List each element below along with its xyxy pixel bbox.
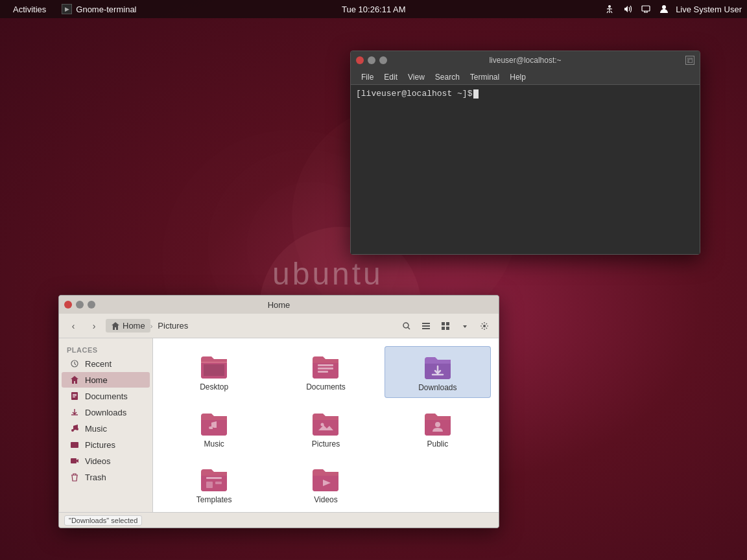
terminal-menu-terminal[interactable]: Terminal	[465, 69, 504, 85]
sidebar-item-home-label: Home	[85, 375, 108, 385]
folder-downloads-label: Downloads	[418, 383, 456, 392]
folder-desktop[interactable]: Desktop	[161, 346, 267, 398]
fm-back-button[interactable]: ‹	[64, 318, 82, 334]
svg-point-2	[662, 5, 666, 9]
folder-videos[interactable]: Videos	[272, 459, 379, 509]
folder-public-label: Public	[427, 439, 448, 449]
ubuntu-logo-text: ubuntu	[272, 256, 383, 292]
fm-status-text: "Downloads" selected	[64, 515, 142, 526]
fm-titlebar: Home	[59, 296, 499, 314]
fm-statusbar: "Downloads" selected	[59, 512, 499, 528]
sidebar-item-trash-label: Trash	[85, 472, 106, 482]
terminal-body[interactable]: [liveuser@localhost ~]$	[351, 85, 700, 254]
terminal-app-icon: ▶	[62, 4, 72, 14]
user-name[interactable]: Live System User	[676, 5, 742, 14]
terminal-menu-help[interactable]: Help	[504, 69, 531, 85]
terminal-close-button[interactable]	[356, 56, 364, 64]
fm-body: Places Recent Home Documents	[59, 338, 499, 512]
folder-documents-label: Documents	[306, 382, 346, 391]
fm-close-button[interactable]	[64, 301, 72, 309]
fm-forward-button[interactable]: ›	[85, 318, 103, 334]
fm-sort-button[interactable]	[456, 318, 474, 334]
sidebar-item-recent-label: Recent	[85, 359, 112, 369]
fm-sidebar-section-places: Places	[59, 344, 152, 355]
fm-breadcrumb-home[interactable]: Home	[106, 319, 150, 332]
terminal-resize-btn[interactable]	[685, 56, 694, 65]
svg-rect-24	[318, 364, 333, 366]
fm-search-button[interactable]	[397, 318, 416, 334]
app-name-label: Gnome-terminal	[76, 5, 136, 14]
home-icon	[69, 375, 80, 385]
sidebar-item-home[interactable]: Home	[62, 372, 150, 388]
folder-documents[interactable]: Documents	[272, 346, 379, 398]
terminal-menu-file[interactable]: File	[356, 69, 379, 85]
fm-breadcrumb-home-label: Home	[123, 321, 145, 331]
sidebar-item-music[interactable]: Music	[62, 421, 150, 436]
sidebar-item-music-label: Music	[85, 424, 107, 434]
fm-maximize-button[interactable]	[88, 301, 95, 309]
svg-rect-12	[446, 327, 449, 330]
activities-button[interactable]: Activities	[5, 0, 54, 18]
fm-breadcrumb-pictures[interactable]: Pictures	[152, 319, 193, 332]
fm-breadcrumb-pictures-label: Pictures	[158, 321, 188, 331]
downloads-icon	[69, 407, 80, 417]
svg-rect-23	[71, 458, 77, 463]
folder-downloads[interactable]: Downloads	[385, 346, 491, 398]
app-name-button[interactable]: ▶ Gnome-terminal	[54, 0, 144, 18]
folder-videos-label: Videos	[314, 495, 337, 504]
folder-music-label: Music	[204, 439, 224, 449]
trash-icon	[69, 472, 80, 482]
svg-rect-7	[422, 325, 430, 327]
terminal-cursor	[473, 89, 479, 99]
sidebar-item-documents-label: Documents	[85, 391, 128, 401]
folder-music[interactable]: Music	[161, 403, 267, 454]
svg-point-5	[403, 323, 409, 328]
fm-toolbar-right	[397, 318, 493, 334]
terminal-minimize-button[interactable]	[368, 56, 375, 64]
folder-public[interactable]: Public	[385, 403, 491, 454]
volume-icon[interactable]	[621, 3, 634, 16]
svg-rect-18	[73, 397, 75, 397]
fm-list-view-button[interactable]	[417, 318, 435, 334]
svg-rect-11	[442, 327, 445, 330]
sidebar-item-videos-label: Videos	[85, 456, 111, 466]
terminal-prompt-text: [liveuser@localhost ~]$	[356, 89, 472, 99]
fm-settings-button[interactable]	[475, 318, 493, 334]
sidebar-item-documents[interactable]: Documents	[62, 388, 150, 404]
sidebar-item-recent[interactable]: Recent	[62, 356, 150, 371]
sidebar-item-downloads-label: Downloads	[85, 408, 126, 417]
display-icon[interactable]	[639, 3, 652, 16]
topbar: Activities ▶ Gnome-terminal Tue 10:26:11…	[0, 0, 747, 18]
fm-grid-view-button[interactable]	[436, 318, 455, 334]
fm-content: Desktop Documents	[153, 338, 499, 512]
svg-rect-25	[318, 368, 333, 369]
sidebar-item-trash[interactable]: Trash	[62, 469, 150, 485]
terminal-menu-search[interactable]: Search	[430, 69, 465, 85]
svg-point-20	[76, 428, 78, 430]
fm-title: Home	[268, 300, 290, 310]
terminal-maximize-button[interactable]	[379, 56, 387, 64]
svg-rect-6	[422, 323, 430, 324]
fm-breadcrumb: Home › Pictures	[106, 319, 395, 332]
fm-minimize-button[interactable]	[76, 301, 84, 309]
terminal-title: liveuser@localhost:~	[489, 56, 561, 65]
terminal-menu-view[interactable]: View	[403, 69, 430, 85]
svg-rect-17	[73, 395, 77, 396]
filemanager-window: Home ‹ › Home › Pictures	[58, 295, 499, 528]
svg-rect-1	[642, 6, 650, 11]
terminal-window: liveuser@localhost:~ File Edit View Sear…	[350, 51, 700, 255]
folder-pictures-label: Pictures	[312, 439, 340, 449]
folder-templates[interactable]: Templates	[161, 459, 267, 509]
sidebar-item-downloads[interactable]: Downloads	[62, 404, 150, 420]
folder-pictures[interactable]: Pictures	[272, 403, 379, 454]
sidebar-item-videos[interactable]: Videos	[62, 453, 150, 469]
terminal-menu-edit[interactable]: Edit	[379, 69, 403, 85]
svg-point-0	[608, 5, 611, 8]
folder-templates-label: Templates	[196, 495, 232, 504]
accessibility-icon[interactable]	[603, 3, 616, 16]
folder-desktop-label: Desktop	[200, 382, 228, 391]
sidebar-item-pictures[interactable]: Pictures	[62, 437, 150, 452]
terminal-menu: File Edit View Search Terminal Help	[351, 69, 700, 85]
user-icon[interactable]	[658, 3, 670, 16]
svg-rect-3	[687, 58, 693, 63]
